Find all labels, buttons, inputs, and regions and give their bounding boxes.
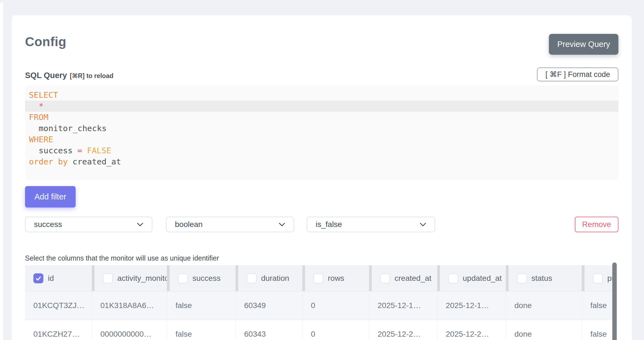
sql-query-label-row: SQL Query[⌘R] to reload [25, 71, 113, 80]
sql-operator: * [39, 101, 43, 111]
sql-line: FROM [25, 112, 618, 123]
column-header-label: duration [261, 274, 289, 283]
table-cell: 01K318A8A6… [92, 291, 167, 320]
chevron-down-icon [137, 222, 143, 227]
filter-type-select[interactable]: boolean [166, 217, 294, 232]
filter-column-select[interactable]: success [25, 217, 152, 232]
sql-keyword: order by [29, 157, 68, 166]
column-header-created-at: created_at [369, 265, 437, 291]
table-cell: 2025-12-2… [369, 320, 437, 340]
preview-query-button[interactable]: Preview Query [549, 34, 618, 55]
table-scrollbar[interactable] [612, 262, 617, 340]
table-cell: done [506, 291, 582, 320]
sql-editor[interactable]: SELECT * FROM monitor_checks WHERE succe… [25, 86, 618, 180]
table-cell: 01KCQT3ZJ… [25, 291, 92, 320]
column-header-label: id [48, 274, 54, 283]
filter-row: success boolean is_false Remove [12, 217, 632, 232]
table-header-row: id activity_monito success duration rows… [25, 265, 617, 291]
sql-line: order bycreated_at [25, 156, 618, 167]
column-header-label: status [531, 274, 552, 283]
sql-line: monitor_checks [25, 123, 618, 134]
column-header-updated-at: updated_at [437, 265, 506, 291]
column-header-label: created_at [395, 274, 431, 283]
sql-identifier: success [39, 146, 73, 155]
config-panel: Config Preview Query SQL Query[⌘R] to re… [12, 15, 632, 340]
column-checkbox[interactable] [178, 273, 188, 283]
unique-identifier-caption: Select the columns that the monitor will… [25, 254, 219, 262]
table-cell: 2025-12-1… [437, 291, 506, 320]
chevron-down-icon [279, 222, 285, 227]
sql-line: SELECT [25, 89, 618, 101]
table-cell: 60343 [236, 320, 302, 340]
column-checkbox[interactable] [33, 273, 43, 283]
filter-column-value: success [34, 220, 62, 229]
left-edge-panel [0, 3, 3, 340]
column-header-id: id [25, 265, 92, 291]
sql-query-label: SQL Query [25, 71, 67, 80]
table-cell: 01KCZH27… [25, 320, 92, 340]
table-cell: false [167, 320, 236, 340]
table-row: 01KCZH27… 0000000000… false 60343 0 2025… [25, 320, 617, 340]
table-cell: done [506, 320, 582, 340]
table-cell: 60349 [236, 291, 302, 320]
table-cell: false [582, 320, 617, 340]
column-checkbox[interactable] [380, 273, 390, 283]
column-header-success: success [167, 265, 236, 291]
sql-line-active: * [25, 101, 618, 112]
column-header-label: activity_monito [117, 274, 167, 283]
column-checkbox[interactable] [103, 273, 113, 283]
sql-value: FALSE [87, 146, 111, 155]
table-cell: 2025-12-1… [369, 291, 437, 320]
sql-reload-hint: [⌘R] to reload [70, 72, 113, 79]
chevron-down-icon [420, 222, 426, 227]
table-cell: 0000000000… [92, 320, 167, 340]
table-cell: 0 [302, 320, 369, 340]
column-header-status: status [506, 265, 582, 291]
filter-type-value: boolean [175, 220, 203, 229]
format-code-button[interactable]: [ ⌘F ] Format code [537, 68, 618, 81]
filter-operator-select[interactable]: is_false [307, 217, 435, 232]
table-cell: 2025-12-2… [437, 320, 506, 340]
page-background: { "page": { "title": "Config" }, "action… [0, 0, 644, 340]
column-checkbox[interactable] [593, 273, 603, 283]
column-header-label: success [192, 274, 221, 283]
sql-line: WHERE [25, 134, 618, 145]
table-cell: 0 [302, 291, 369, 320]
sql-line: success=FALSE [25, 145, 618, 156]
sql-keyword: WHERE [29, 135, 53, 144]
column-header-duration: duration [236, 265, 302, 291]
table-cell: false [582, 291, 617, 320]
column-checkbox[interactable] [313, 273, 323, 283]
sql-operator: = [77, 146, 82, 155]
filter-operator-value: is_false [316, 220, 342, 229]
column-header-label: rows [328, 274, 344, 283]
remove-filter-button[interactable]: Remove [575, 217, 618, 232]
sql-identifier: monitor_checks [39, 124, 106, 133]
column-checkbox[interactable] [448, 273, 458, 283]
column-header-prefetch: prefetch [582, 265, 617, 291]
columns-table: id activity_monito success duration rows… [25, 265, 617, 340]
add-filter-button[interactable]: Add filter [25, 186, 76, 208]
column-checkbox[interactable] [247, 273, 257, 283]
column-header-activity-monitor: activity_monito [92, 265, 167, 291]
sql-keyword: SELECT [29, 90, 58, 100]
sql-identifier: created_at [73, 157, 121, 166]
table-cell: false [167, 291, 236, 320]
column-header-label: updated_at [463, 274, 502, 283]
sql-keyword: FROM [29, 112, 48, 122]
column-header-rows: rows [302, 265, 369, 291]
column-checkbox[interactable] [517, 273, 527, 283]
table-row: 01KCQT3ZJ… 01K318A8A6… false 60349 0 202… [25, 291, 617, 320]
page-title: Config [25, 34, 66, 49]
